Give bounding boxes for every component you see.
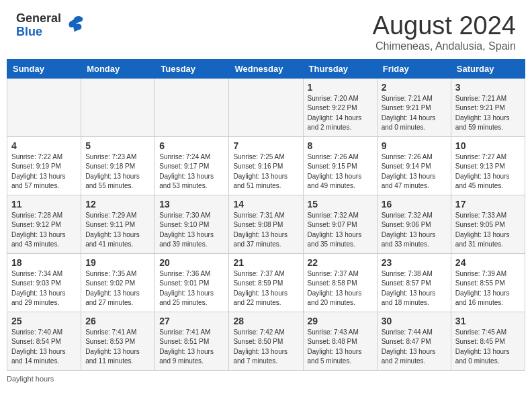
day-info: Sunrise: 7:43 AM Sunset: 8:48 PM Dayligh… <box>308 328 373 367</box>
calendar-cell: 21Sunrise: 7:37 AM Sunset: 8:59 PM Dayli… <box>229 253 303 312</box>
calendar-day-header: Wednesday <box>229 59 303 78</box>
day-info: Sunrise: 7:32 AM Sunset: 9:07 PM Dayligh… <box>308 211 373 250</box>
day-number: 22 <box>308 257 373 268</box>
day-number: 27 <box>159 316 224 326</box>
calendar-cell: 17Sunrise: 7:33 AM Sunset: 9:05 PM Dayli… <box>451 195 525 253</box>
calendar-cell: 1Sunrise: 7:20 AM Sunset: 9:22 PM Daylig… <box>303 78 377 136</box>
calendar-cell: 13Sunrise: 7:30 AM Sunset: 9:10 PM Dayli… <box>155 195 229 253</box>
logo: General Blue <box>16 12 87 39</box>
day-number: 24 <box>455 257 521 268</box>
day-info: Sunrise: 7:24 AM Sunset: 9:17 PM Dayligh… <box>159 152 224 191</box>
day-number: 11 <box>11 199 77 210</box>
day-number: 4 <box>11 140 77 151</box>
calendar-cell: 31Sunrise: 7:45 AM Sunset: 8:45 PM Dayli… <box>451 312 525 370</box>
calendar-cell: 15Sunrise: 7:32 AM Sunset: 9:07 PM Dayli… <box>303 195 377 253</box>
day-number: 12 <box>85 199 150 210</box>
day-number: 30 <box>382 316 447 326</box>
title-block: August 2024 Chimeneas, Andalusia, Spain <box>373 12 516 52</box>
calendar-day-header: Sunday <box>7 59 81 78</box>
calendar-cell: 16Sunrise: 7:32 AM Sunset: 9:06 PM Dayli… <box>377 195 451 253</box>
day-info: Sunrise: 7:41 AM Sunset: 8:51 PM Dayligh… <box>159 328 224 367</box>
calendar-cell: 22Sunrise: 7:37 AM Sunset: 8:58 PM Dayli… <box>303 253 377 312</box>
day-info: Sunrise: 7:22 AM Sunset: 9:19 PM Dayligh… <box>11 152 77 191</box>
logo-text: General Blue <box>16 12 61 39</box>
day-info: Sunrise: 7:29 AM Sunset: 9:11 PM Dayligh… <box>85 211 150 250</box>
calendar-cell: 6Sunrise: 7:24 AM Sunset: 9:17 PM Daylig… <box>155 136 229 195</box>
calendar-cell: 18Sunrise: 7:34 AM Sunset: 9:03 PM Dayli… <box>7 253 81 312</box>
day-info: Sunrise: 7:38 AM Sunset: 8:57 PM Dayligh… <box>382 269 447 308</box>
logo-general: General <box>16 12 61 26</box>
day-info: Sunrise: 7:36 AM Sunset: 9:01 PM Dayligh… <box>159 269 224 308</box>
day-number: 23 <box>382 257 447 268</box>
day-info: Sunrise: 7:44 AM Sunset: 8:47 PM Dayligh… <box>382 328 447 367</box>
calendar-cell: 26Sunrise: 7:41 AM Sunset: 8:53 PM Dayli… <box>81 312 155 370</box>
day-number: 2 <box>382 82 447 93</box>
day-number: 5 <box>85 140 150 151</box>
calendar-cell <box>7 78 81 136</box>
day-info: Sunrise: 7:27 AM Sunset: 9:13 PM Dayligh… <box>455 152 521 191</box>
day-info: Sunrise: 7:39 AM Sunset: 8:55 PM Dayligh… <box>455 269 521 308</box>
day-info: Sunrise: 7:40 AM Sunset: 8:54 PM Dayligh… <box>11 328 77 367</box>
footer-text: Daylight hours <box>7 375 54 383</box>
calendar-cell: 11Sunrise: 7:28 AM Sunset: 9:12 PM Dayli… <box>7 195 81 253</box>
calendar-day-header: Saturday <box>451 59 525 78</box>
footer-daylight: Daylight hours <box>0 371 532 387</box>
day-info: Sunrise: 7:21 AM Sunset: 9:21 PM Dayligh… <box>382 94 447 133</box>
calendar-cell: 5Sunrise: 7:23 AM Sunset: 9:18 PM Daylig… <box>81 136 155 195</box>
day-number: 8 <box>308 140 373 151</box>
calendar-cell: 20Sunrise: 7:36 AM Sunset: 9:01 PM Dayli… <box>155 253 229 312</box>
calendar-cell: 7Sunrise: 7:25 AM Sunset: 9:16 PM Daylig… <box>229 136 303 195</box>
day-number: 16 <box>382 199 447 210</box>
calendar-cell: 14Sunrise: 7:31 AM Sunset: 9:08 PM Dayli… <box>229 195 303 253</box>
day-info: Sunrise: 7:20 AM Sunset: 9:22 PM Dayligh… <box>308 94 373 133</box>
calendar-cell <box>229 78 303 136</box>
day-number: 17 <box>455 199 521 210</box>
calendar-cell: 9Sunrise: 7:26 AM Sunset: 9:14 PM Daylig… <box>377 136 451 195</box>
day-number: 31 <box>455 316 521 326</box>
day-info: Sunrise: 7:37 AM Sunset: 8:58 PM Dayligh… <box>308 269 373 308</box>
day-number: 21 <box>233 257 298 268</box>
calendar-cell: 27Sunrise: 7:41 AM Sunset: 8:51 PM Dayli… <box>155 312 229 370</box>
day-info: Sunrise: 7:33 AM Sunset: 9:05 PM Dayligh… <box>455 211 521 250</box>
day-number: 15 <box>308 199 373 210</box>
day-number: 13 <box>159 199 224 210</box>
calendar-cell: 8Sunrise: 7:26 AM Sunset: 9:15 PM Daylig… <box>303 136 377 195</box>
day-info: Sunrise: 7:26 AM Sunset: 9:14 PM Dayligh… <box>382 152 447 191</box>
calendar-cell: 29Sunrise: 7:43 AM Sunset: 8:48 PM Dayli… <box>303 312 377 370</box>
subtitle: Chimeneas, Andalusia, Spain <box>373 40 516 52</box>
day-number: 19 <box>85 257 150 268</box>
day-info: Sunrise: 7:28 AM Sunset: 9:12 PM Dayligh… <box>11 211 77 250</box>
calendar-cell <box>81 78 155 136</box>
day-number: 6 <box>159 140 224 151</box>
day-number: 28 <box>233 316 298 326</box>
calendar-cell: 4Sunrise: 7:22 AM Sunset: 9:19 PM Daylig… <box>7 136 81 195</box>
calendar-cell: 24Sunrise: 7:39 AM Sunset: 8:55 PM Dayli… <box>451 253 525 312</box>
day-info: Sunrise: 7:30 AM Sunset: 9:10 PM Dayligh… <box>159 211 224 250</box>
calendar-cell: 23Sunrise: 7:38 AM Sunset: 8:57 PM Dayli… <box>377 253 451 312</box>
day-number: 1 <box>308 82 373 93</box>
day-info: Sunrise: 7:21 AM Sunset: 9:21 PM Dayligh… <box>455 94 521 133</box>
calendar-cell: 25Sunrise: 7:40 AM Sunset: 8:54 PM Dayli… <box>7 312 81 370</box>
calendar-table: SundayMondayTuesdayWednesdayThursdayFrid… <box>7 59 525 371</box>
day-info: Sunrise: 7:35 AM Sunset: 9:02 PM Dayligh… <box>85 269 150 308</box>
calendar-cell: 10Sunrise: 7:27 AM Sunset: 9:13 PM Dayli… <box>451 136 525 195</box>
day-info: Sunrise: 7:32 AM Sunset: 9:06 PM Dayligh… <box>382 211 447 250</box>
day-number: 26 <box>85 316 150 326</box>
day-number: 25 <box>11 316 77 326</box>
day-number: 7 <box>233 140 298 151</box>
day-number: 20 <box>159 257 224 268</box>
main-title: August 2024 <box>373 12 516 40</box>
calendar-cell: 30Sunrise: 7:44 AM Sunset: 8:47 PM Dayli… <box>377 312 451 370</box>
day-info: Sunrise: 7:41 AM Sunset: 8:53 PM Dayligh… <box>85 328 150 367</box>
logo-bird-icon <box>62 13 87 38</box>
page-header: General Blue August 2024 Chimeneas, Anda… <box>0 0 532 59</box>
calendar-cell: 2Sunrise: 7:21 AM Sunset: 9:21 PM Daylig… <box>377 78 451 136</box>
day-number: 18 <box>11 257 77 268</box>
day-number: 3 <box>455 82 521 93</box>
calendar-cell: 19Sunrise: 7:35 AM Sunset: 9:02 PM Dayli… <box>81 253 155 312</box>
day-number: 10 <box>455 140 521 151</box>
calendar-cell: 28Sunrise: 7:42 AM Sunset: 8:50 PM Dayli… <box>229 312 303 370</box>
calendar-day-header: Friday <box>377 59 451 78</box>
calendar-cell: 3Sunrise: 7:21 AM Sunset: 9:21 PM Daylig… <box>451 78 525 136</box>
day-number: 9 <box>382 140 447 151</box>
